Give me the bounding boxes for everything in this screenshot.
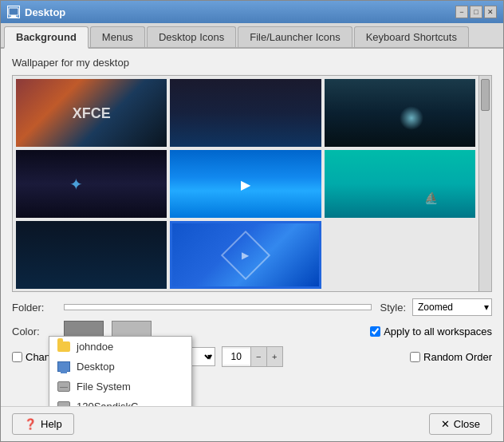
style-select-wrapper: Zoomed [412, 298, 492, 316]
close-window-button[interactable]: ✕ [484, 6, 497, 18]
title-bar-left: Desktop [7, 6, 65, 18]
number-input-group: 10 − + [222, 346, 283, 367]
tab-content: Wallpaper for my desktop Folder: [1, 49, 503, 406]
folder-dropdown: johndoe Desktop File System 120SandiskC … [49, 336, 192, 406]
wallpaper-item[interactable] [16, 79, 167, 147]
scrollbar[interactable] [478, 76, 491, 291]
change-bg-checkbox[interactable] [12, 352, 22, 362]
tab-bar: Background Menus Desktop Icons File/Laun… [1, 23, 503, 49]
minimize-button[interactable]: − [455, 6, 468, 18]
dropdown-item-filesystem[interactable]: File System [49, 377, 191, 397]
wallpaper-grid [13, 76, 491, 292]
folder-icon [57, 341, 70, 352]
tab-file-launcher-icons[interactable]: File/Launcher Icons [238, 26, 352, 47]
dropdown-item-sandisk[interactable]: 120SandiskC [49, 397, 191, 406]
title-bar: Desktop − □ ✕ [1, 1, 503, 23]
wallpaper-label: Wallpaper for my desktop [12, 57, 492, 69]
number-plus-button[interactable]: + [266, 347, 282, 366]
tab-menus[interactable]: Menus [90, 26, 145, 47]
main-window: Desktop − □ ✕ Background Menus Desktop I… [0, 0, 504, 442]
hdd-icon [57, 401, 70, 406]
wallpaper-item[interactable] [170, 79, 321, 147]
folder-display[interactable] [64, 304, 372, 310]
wallpaper-grid-container [12, 75, 492, 292]
scrollbar-thumb[interactable] [481, 79, 490, 111]
window-controls: − □ ✕ [455, 6, 497, 18]
help-icon: ❓ [24, 418, 37, 430]
footer: ❓ Help ✕ Close [1, 406, 503, 441]
svg-rect-2 [10, 17, 18, 18]
dropdown-item-label: Desktop [77, 361, 115, 373]
wallpaper-item-selected[interactable] [170, 221, 321, 289]
window-icon [7, 6, 20, 18]
wallpaper-item[interactable] [16, 221, 167, 289]
apply-checkbox-row: Apply to all workspaces [370, 326, 492, 337]
maximize-button[interactable]: □ [470, 6, 482, 18]
wallpaper-item[interactable] [325, 150, 475, 218]
style-row: Style: Zoomed [380, 298, 492, 316]
dropdown-item-johndoe[interactable]: johndoe [49, 337, 191, 357]
svg-rect-1 [11, 15, 16, 17]
wallpaper-item[interactable] [16, 150, 167, 218]
random-order-row: Random Order [410, 351, 492, 363]
dropdown-item-desktop[interactable]: Desktop [49, 357, 191, 377]
style-select[interactable]: Zoomed [412, 298, 492, 316]
random-order-label[interactable]: Random Order [410, 351, 492, 363]
folder-row: Folder: Style: Zoomed [12, 298, 492, 316]
svg-rect-0 [9, 8, 18, 15]
dropdown-item-label: johndoe [77, 341, 113, 353]
random-order-text: Random Order [423, 351, 492, 363]
random-order-checkbox[interactable] [410, 352, 420, 362]
style-label: Style: [380, 302, 406, 314]
help-button[interactable]: ❓ Help [12, 413, 74, 435]
apply-all-label[interactable]: Apply to all workspaces [370, 326, 492, 337]
number-input[interactable]: 10 [222, 349, 250, 365]
window-title: Desktop [25, 6, 65, 18]
close-icon: ✕ [441, 418, 450, 430]
close-label: Close [454, 418, 480, 430]
number-minus-button[interactable]: − [250, 347, 266, 366]
apply-all-checkbox[interactable] [370, 326, 380, 337]
filesystem-icon [57, 381, 70, 392]
apply-all-text: Apply to all workspaces [384, 326, 492, 337]
desktop-icon [57, 361, 70, 372]
folder-label: Folder: [12, 302, 56, 314]
help-label: Help [41, 418, 62, 430]
tab-desktop-icons[interactable]: Desktop Icons [147, 26, 236, 47]
tab-background[interactable]: Background [4, 26, 89, 49]
dropdown-item-label: 120SandiskC [77, 401, 138, 406]
wallpaper-item[interactable] [325, 79, 475, 147]
dropdown-item-label: File System [77, 381, 131, 393]
close-button[interactable]: ✕ Close [429, 413, 492, 435]
tab-keyboard-shortcuts[interactable]: Keyboard Shortcuts [354, 26, 469, 47]
wallpaper-item[interactable] [170, 150, 321, 218]
